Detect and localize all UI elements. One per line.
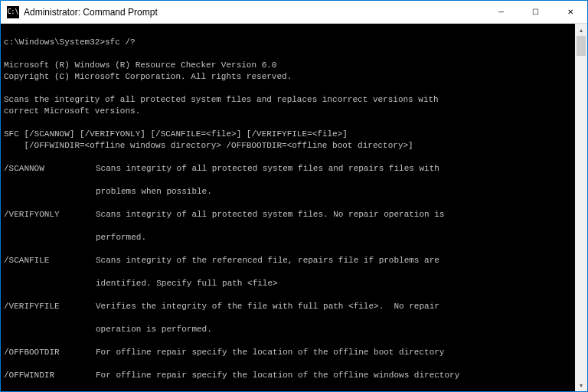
option-row: /VERIFYFILEVerifies the integrity of the… — [4, 301, 572, 312]
minimize-button[interactable]: ─ — [484, 1, 518, 23]
window-controls: ─ ☐ ✕ — [484, 1, 587, 23]
option-row: /OFFBOOTDIRFor offline repair specify th… — [4, 347, 572, 358]
console-output[interactable]: c:\Windows\System32>sfc /? Microsoft (R)… — [1, 24, 575, 391]
option-row: /OFFWINDIRFor offline repair specify the… — [4, 370, 572, 381]
scroll-up-arrow-icon[interactable]: ▴ — [575, 24, 587, 36]
cmd-icon: C:\ — [7, 6, 19, 18]
option-row: performed. — [4, 232, 572, 243]
scrollbar-thumb[interactable] — [577, 36, 586, 56]
option-row: /SCANNOWScans integrity of all protected… — [4, 163, 572, 175]
option-row: identified. Specify full path <file> — [4, 278, 572, 289]
option-row: operation is performed. — [4, 324, 572, 335]
prompt-line: c:\Windows\System32>sfc /? — [4, 38, 136, 47]
titlebar[interactable]: C:\ Administrator: Command Prompt ─ ☐ ✕ — [1, 1, 587, 24]
console-area: c:\Windows\System32>sfc /? Microsoft (R)… — [1, 24, 587, 391]
option-row: /SCANFILEScans integrity of the referenc… — [4, 255, 572, 266]
scroll-down-arrow-icon[interactable]: ▾ — [575, 379, 587, 391]
description-line: Scans the integrity of all protected sys… — [4, 95, 439, 104]
copyright-line: Copyright (C) Microsoft Corporation. All… — [4, 72, 292, 81]
option-row: /VERIFYONLYScans integrity of all protec… — [4, 209, 572, 220]
window-title: Administrator: Command Prompt — [24, 7, 484, 18]
maximize-button[interactable]: ☐ — [518, 1, 553, 23]
usage-line: [/OFFWINDIR=<offline windows directory> … — [4, 141, 413, 150]
description-line: correct Microsoft versions. — [4, 106, 140, 116]
close-button[interactable]: ✕ — [553, 1, 587, 23]
usage-line: SFC [/SCANNOW] [/VERIFYONLY] [/SCANFILE=… — [4, 129, 348, 139]
vertical-scrollbar[interactable]: ▴ ▾ — [575, 24, 587, 391]
app-header: Microsoft (R) Windows (R) Resource Check… — [4, 60, 276, 70]
option-row: problems when possible. — [4, 186, 572, 198]
